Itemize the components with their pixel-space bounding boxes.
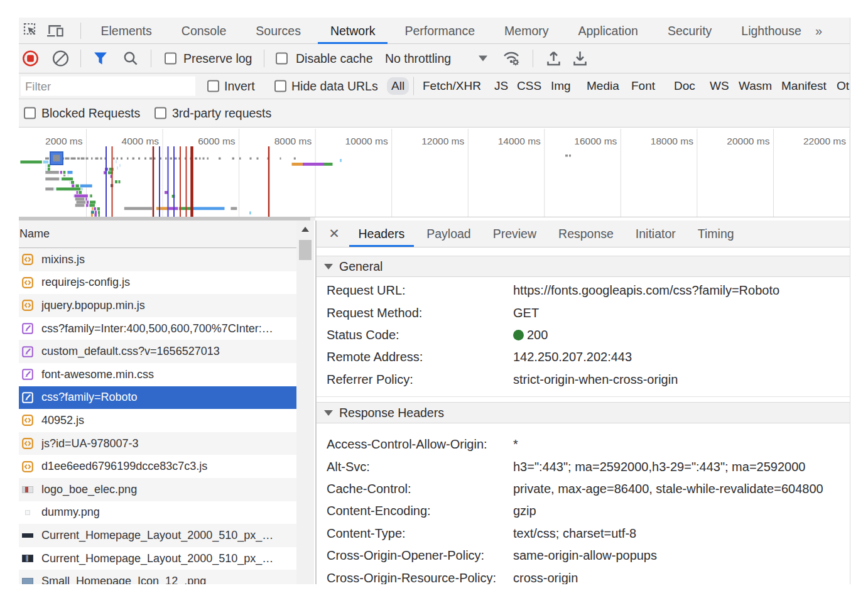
filter-type-fetch-xhr[interactable]: Fetch/XHR [423, 79, 481, 93]
request-name: js?id=UA-978007-3 [41, 437, 296, 450]
more-tabs-icon[interactable]: » [815, 23, 821, 38]
request-row[interactable]: js?id=UA-978007-3 [19, 432, 296, 455]
request-name: Current_Homepage_Layout_2000_510_px_… [41, 552, 296, 565]
disclosure-triangle-icon[interactable] [324, 410, 333, 416]
details-tab-timing[interactable]: Timing [686, 220, 745, 247]
overview-speck [144, 158, 146, 160]
tab-network[interactable]: Network [315, 18, 390, 44]
section-header-general[interactable]: General [317, 256, 850, 277]
filter-input[interactable] [21, 77, 195, 96]
toolbar-divider [533, 50, 533, 67]
header-row: Remote Address:142.250.207.202:443 [317, 346, 850, 368]
network-overview-timeline[interactable]: 2000 ms4000 ms6000 ms8000 ms10000 ms1200… [19, 128, 850, 217]
request-row[interactable]: mixins.js [19, 248, 296, 271]
overview-bar [193, 207, 225, 210]
blocked-requests-checkbox[interactable] [24, 107, 36, 119]
request-row[interactable]: custom_default.css?v=1656527013 [19, 340, 296, 363]
request-row[interactable]: css?family=Inter:400,500,600,700%7CInter… [19, 317, 296, 340]
throttling-select[interactable]: No throttling [385, 52, 451, 66]
details-tab-preview[interactable]: Preview [482, 220, 547, 247]
overview-speck [127, 158, 129, 160]
img-file-icon [22, 530, 33, 541]
section-header-response-headers[interactable]: Response Headers [317, 402, 850, 423]
filter-type-wasm[interactable]: Wasm [739, 79, 772, 93]
preserve-log-label: Preserve log [183, 52, 252, 66]
request-row[interactable]: jquery.bpopup.min.js [19, 294, 296, 317]
filter-type-js[interactable]: JS [494, 79, 508, 93]
requests-panel: Name mixins.jsrequirejs-config.jsjquery.… [19, 220, 315, 584]
filter-type-img[interactable]: Img [551, 79, 571, 93]
header-key: Cache-Control: [317, 482, 513, 496]
filter-type-other[interactable]: Other [837, 79, 850, 93]
tab-elements[interactable]: Elements [86, 18, 166, 44]
request-row[interactable]: 40952.js [19, 409, 296, 432]
filter-type-media[interactable]: Media [587, 79, 619, 93]
request-row[interactable]: Small_Homepage_Icon_12_.png [19, 570, 296, 584]
request-name: dummy.png [41, 506, 296, 519]
details-tab-headers[interactable]: Headers [347, 220, 416, 247]
tab-performance[interactable]: Performance [390, 18, 490, 44]
overview-bar [77, 191, 79, 194]
hide-data-urls-checkbox[interactable] [274, 80, 286, 92]
overview-bar [303, 163, 324, 166]
details-tab-response[interactable]: Response [548, 220, 625, 247]
tab-memory[interactable]: Memory [490, 18, 563, 44]
search-icon[interactable] [123, 51, 138, 66]
request-name: css?family=Roboto [41, 391, 296, 404]
filter-type-css[interactable]: CSS [517, 79, 541, 93]
network-conditions-icon[interactable] [502, 50, 521, 67]
request-row[interactable]: d1ee6eed6796199dcce83c7c3.js [19, 455, 296, 478]
overview-bar [86, 204, 89, 207]
tab-application[interactable]: Application [563, 18, 653, 44]
request-name: mixins.js [41, 253, 296, 266]
scrollbar-thumb[interactable] [299, 240, 312, 260]
filter-icon[interactable] [94, 52, 107, 65]
export-har-icon[interactable] [573, 50, 587, 67]
clear-network-log-icon[interactable] [52, 50, 69, 67]
details-tab-payload[interactable]: Payload [416, 220, 482, 247]
record-network-log-icon[interactable] [22, 50, 39, 67]
js-file-icon [22, 438, 33, 449]
request-row[interactable]: logo_boe_elec.png [19, 478, 296, 501]
tab-lighthouse[interactable]: Lighthouse [727, 18, 816, 44]
device-toolbar-icon[interactable] [46, 23, 65, 38]
close-details-icon[interactable]: ✕ [327, 227, 341, 241]
hide-data-urls-label: Hide data URLs [291, 79, 378, 94]
overview-bar [115, 180, 117, 183]
request-row[interactable]: font-awesome.min.css [19, 363, 296, 386]
ruler-label: 6000 ms [198, 136, 236, 146]
third-party-requests-checkbox[interactable] [155, 107, 166, 119]
request-row[interactable]: Current_Homepage_Layout_2000_510_px_… [19, 524, 296, 547]
request-row[interactable]: dummy.png [19, 501, 296, 525]
preserve-log-checkbox[interactable] [165, 53, 176, 65]
filter-type-font[interactable]: Font [631, 79, 655, 93]
overview-speck [133, 158, 135, 160]
disclosure-triangle-icon[interactable] [324, 264, 333, 269]
overview-bar [70, 181, 70, 184]
overview-chart[interactable]: 2000 ms4000 ms6000 ms8000 ms10000 ms1200… [19, 128, 850, 217]
request-row[interactable]: Current_Homepage_Layout_2000_510_px_… [19, 547, 296, 570]
request-row[interactable]: requirejs-config.js [19, 271, 296, 295]
filter-type-all[interactable]: All [387, 77, 409, 95]
filter-type-ws[interactable]: WS [710, 79, 729, 93]
filter-type-manifest[interactable]: Manifest [781, 79, 827, 93]
tab-security[interactable]: Security [653, 18, 726, 44]
name-column-header[interactable]: Name [19, 220, 296, 248]
filter-type-doc[interactable]: Doc [674, 79, 695, 93]
invert-filter-checkbox[interactable] [207, 80, 219, 92]
scroll-up-icon[interactable] [296, 220, 314, 238]
overview-bar [73, 195, 74, 198]
toolbar-divider [413, 77, 414, 95]
overview-speck [195, 158, 197, 160]
throttling-caret-icon[interactable] [479, 56, 487, 62]
tab-sources[interactable]: Sources [241, 18, 316, 44]
import-har-icon[interactable] [546, 50, 561, 67]
overview-bar [46, 165, 47, 168]
inspect-element-icon[interactable] [23, 23, 40, 39]
details-tab-initiator[interactable]: Initiator [624, 220, 686, 247]
tab-console[interactable]: Console [166, 18, 241, 44]
requests-vertical-scrollbar[interactable] [296, 220, 314, 584]
request-row[interactable]: css?family=Roboto [19, 386, 296, 410]
disable-cache-checkbox[interactable] [276, 53, 288, 65]
overview-bar [292, 163, 303, 166]
